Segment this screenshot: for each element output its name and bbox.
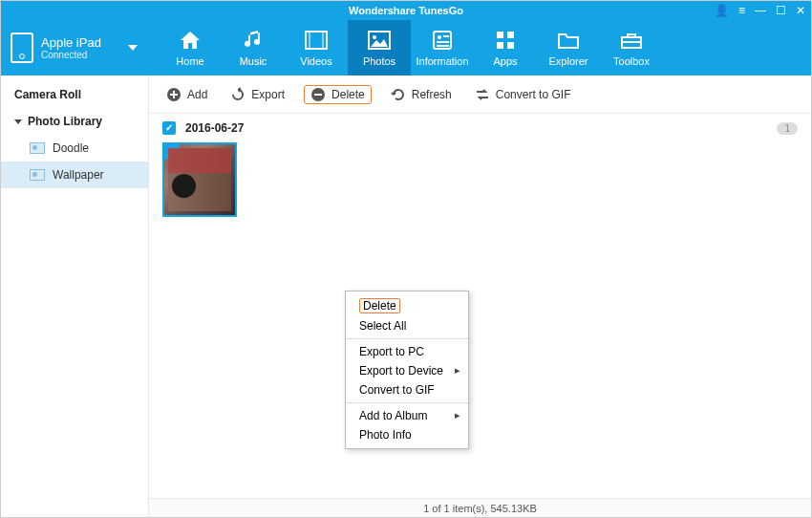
menu-icon[interactable]: ≡	[738, 4, 745, 17]
explorer-icon	[555, 29, 582, 52]
device-icon	[11, 32, 33, 63]
window-controls: 👤 ≡ — ☐ ✕	[715, 1, 805, 20]
videos-icon	[303, 29, 330, 52]
content-area: Add Export Delete Refresh Convert to GIF	[149, 76, 811, 517]
minimize-icon[interactable]: —	[755, 4, 766, 17]
tab-home[interactable]: Home	[159, 20, 222, 76]
tab-photos[interactable]: Photos	[348, 20, 411, 76]
apps-icon	[492, 29, 519, 52]
group-date: 2016-06-27	[185, 121, 244, 135]
svg-rect-12	[497, 42, 503, 49]
titlebar: Wondershare TunesGo 👤 ≡ — ☐ ✕	[1, 1, 811, 20]
sidebar-item-label: Doodle	[53, 141, 89, 155]
nav-tabs: Home Music Videos Photos Information App…	[149, 20, 811, 76]
close-icon[interactable]: ✕	[796, 4, 805, 17]
export-button[interactable]: Export	[226, 85, 288, 104]
album-icon	[30, 142, 45, 154]
photo-thumbnail[interactable]	[162, 142, 237, 217]
photo-grid: 2016-06-27 1 Delete Select All Export to…	[149, 114, 811, 498]
home-icon	[177, 29, 203, 52]
refresh-button[interactable]: Refresh	[387, 85, 456, 104]
tab-toolbox[interactable]: Toolbox	[600, 20, 663, 76]
group-count-badge: 1	[777, 122, 798, 135]
ctx-separator	[346, 402, 468, 403]
ctx-add-album[interactable]: Add to Album	[346, 406, 468, 425]
information-icon	[429, 29, 456, 52]
app-window: Wondershare TunesGo 👤 ≡ — ☐ ✕ Apple iPad…	[0, 0, 812, 518]
chevron-down-icon	[128, 45, 138, 51]
ctx-export-pc[interactable]: Export to PC	[346, 342, 468, 361]
sidebar-item-doodle[interactable]: Doodle	[1, 135, 148, 162]
ctx-convert-gif[interactable]: Convert to GIF	[346, 380, 468, 399]
music-icon	[240, 29, 267, 52]
status-text: 1 of 1 item(s), 545.13KB	[423, 503, 537, 514]
sidebar-item-wallpaper[interactable]: Wallpaper	[1, 162, 148, 188]
tab-music[interactable]: Music	[222, 20, 285, 76]
ctx-photo-info[interactable]: Photo Info	[346, 425, 468, 444]
thumbnail-image	[168, 148, 231, 211]
sidebar-photo-library[interactable]: Photo Library	[1, 108, 148, 135]
sidebar: Camera Roll Photo Library Doodle Wallpap…	[1, 76, 149, 517]
maximize-icon[interactable]: ☐	[776, 4, 786, 17]
sidebar-camera-roll[interactable]: Camera Roll	[1, 81, 148, 108]
toolbox-icon	[618, 29, 645, 52]
add-button[interactable]: Add	[162, 85, 211, 104]
ctx-delete[interactable]: Delete	[346, 295, 468, 316]
refresh-icon	[391, 87, 406, 102]
svg-rect-10	[497, 32, 503, 38]
main-area: Camera Roll Photo Library Doodle Wallpap…	[1, 76, 811, 517]
group-checkbox[interactable]	[162, 121, 176, 135]
delete-icon	[310, 87, 326, 102]
tab-apps[interactable]: Apps	[474, 20, 537, 76]
ctx-export-device[interactable]: Export to Device	[346, 361, 468, 380]
date-group-header[interactable]: 2016-06-27 1	[162, 121, 798, 135]
svg-point-6	[438, 35, 441, 39]
album-icon	[30, 169, 45, 181]
svg-point-4	[373, 35, 376, 39]
delete-button[interactable]: Delete	[304, 85, 372, 104]
app-title: Wondershare TunesGo	[349, 5, 463, 16]
svg-rect-11	[507, 32, 514, 38]
sidebar-item-label: Wallpaper	[53, 168, 104, 182]
svg-rect-13	[507, 42, 514, 49]
convert-gif-button[interactable]: Convert to GIF	[471, 85, 575, 104]
ctx-separator	[346, 338, 468, 339]
convert-icon	[475, 87, 490, 102]
photos-icon	[366, 29, 393, 52]
tab-videos[interactable]: Videos	[285, 20, 348, 76]
device-name: Apple iPad	[41, 35, 101, 50]
toolbar: Add Export Delete Refresh Convert to GIF	[149, 76, 811, 114]
device-selector[interactable]: Apple iPad Connected	[1, 20, 149, 76]
plus-icon	[166, 87, 182, 102]
status-bar: 1 of 1 item(s), 545.13KB	[149, 498, 811, 517]
device-status: Connected	[41, 50, 101, 60]
context-menu: Delete Select All Export to PC Export to…	[345, 291, 469, 449]
tab-information[interactable]: Information	[411, 20, 474, 76]
export-icon	[230, 87, 246, 102]
svg-rect-0	[306, 32, 327, 49]
top-nav: Apple iPad Connected Home Music Videos P…	[1, 20, 811, 76]
device-text: Apple iPad Connected	[41, 35, 101, 60]
tab-explorer[interactable]: Explorer	[537, 20, 600, 76]
user-icon[interactable]: 👤	[715, 4, 729, 17]
ctx-select-all[interactable]: Select All	[346, 316, 468, 335]
